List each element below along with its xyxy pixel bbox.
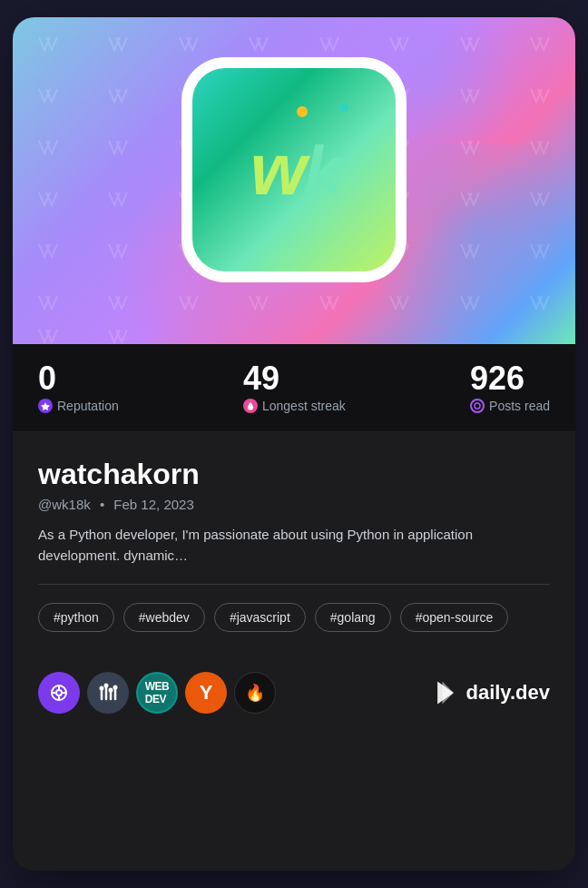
svg-marker-17: [443, 682, 454, 705]
tag-javascript[interactable]: #javascript: [214, 603, 306, 632]
tag-opensource[interactable]: #open-source: [400, 603, 509, 632]
avatar-dot-teal: [339, 103, 348, 112]
streak-value: 49: [243, 362, 279, 395]
svg-point-15: [113, 686, 118, 690]
reputation-value: 0: [38, 362, 56, 395]
badge-crosshair[interactable]: [38, 672, 80, 714]
badge-webdev[interactable]: WEBDEV: [136, 672, 178, 714]
avatar-inner: w k: [192, 68, 396, 271]
stat-reputation: 0 Reputation: [38, 362, 119, 413]
divider: [38, 584, 550, 585]
username: watchakorn: [38, 458, 550, 491]
separator: •: [100, 497, 104, 512]
streak-label: Longest streak: [243, 399, 346, 413]
tags-container: #python #webdev #javascript #golang #ope…: [38, 603, 550, 632]
handle-date: @wk18k • Feb 12, 2023: [38, 497, 550, 512]
svg-point-12: [100, 686, 104, 691]
avatar-logo: w k: [250, 128, 338, 212]
daily-logo-text: daily.dev: [466, 681, 550, 705]
profile-banner: w k: [13, 17, 575, 344]
handle: @wk18k: [38, 497, 91, 512]
posts-label: Posts read: [470, 399, 550, 413]
tag-python[interactable]: #python: [38, 603, 114, 632]
svg-point-1: [475, 403, 480, 409]
badge-equalizer[interactable]: [87, 672, 129, 714]
profile-card: w k 0 Reputation 49: [13, 17, 575, 871]
avatar-dot-yellow: [297, 106, 308, 117]
svg-point-3: [56, 690, 62, 696]
footer: WEBDEV Y 🔥 daily.dev: [13, 672, 575, 735]
stat-streak: 49 Longest streak: [243, 362, 346, 413]
stats-bar: 0 Reputation 49 Longest streak: [13, 344, 575, 432]
daily-logo-icon: [431, 678, 460, 707]
svg-marker-0: [41, 402, 50, 410]
svg-point-13: [104, 684, 109, 688]
streak-icon: [243, 399, 258, 413]
tag-webdev[interactable]: #webdev: [123, 603, 205, 632]
daily-dev-logo: daily.dev: [431, 678, 550, 707]
stat-posts: 926 Posts read: [470, 362, 550, 413]
posts-value: 926: [470, 362, 524, 395]
badge-ycombinator[interactable]: Y: [185, 672, 227, 714]
profile-content: watchakorn @wk18k • Feb 12, 2023 As a Py…: [13, 432, 575, 672]
posts-icon: [470, 399, 485, 413]
bio: As a Python developer, I'm passionate ab…: [38, 525, 550, 566]
reputation-label: Reputation: [38, 399, 119, 413]
tag-golang[interactable]: #golang: [315, 603, 391, 632]
reputation-icon: [38, 399, 53, 413]
svg-point-14: [109, 688, 113, 693]
community-icons: WEBDEV Y 🔥: [38, 672, 276, 714]
avatar: w k: [185, 61, 403, 279]
join-date: Feb 12, 2023: [113, 497, 193, 512]
badge-freecodecamp[interactable]: 🔥: [234, 672, 276, 714]
